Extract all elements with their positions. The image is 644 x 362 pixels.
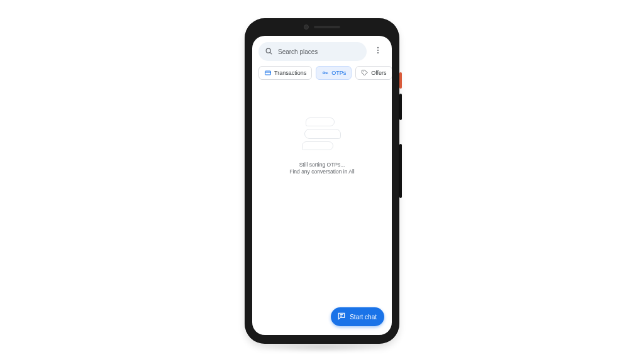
chip-otps[interactable]: OTPs (316, 66, 352, 80)
chip-transactions-label: Transactions (274, 70, 306, 76)
phone-speaker-camera (304, 25, 340, 30)
more-vert-icon (374, 46, 382, 57)
speaker-slit-icon (314, 26, 340, 28)
svg-point-3 (377, 50, 379, 51)
chip-offers-label: Offers (371, 70, 386, 76)
volume-button[interactable] (399, 144, 402, 198)
chat-bubbles-icon (297, 118, 347, 155)
svg-line-1 (270, 52, 272, 54)
chip-otps-label: OTPs (331, 70, 346, 76)
search-icon (265, 47, 273, 57)
start-chat-label: Start chat (350, 314, 377, 321)
svg-point-11 (363, 71, 364, 72)
empty-line-1: Still sorting OTPs... (299, 162, 345, 168)
stage: Search places Transactions (0, 0, 644, 362)
svg-point-2 (377, 47, 379, 48)
more-menu-button[interactable] (370, 42, 386, 61)
card-icon (264, 69, 272, 77)
key-icon (321, 69, 329, 77)
svg-rect-5 (265, 71, 271, 75)
empty-line-2: Find any conversation in All (289, 168, 354, 175)
phone-frame: Search places Transactions (245, 18, 399, 344)
search-placeholder: Search places (278, 48, 318, 55)
tag-icon (361, 69, 369, 77)
camera-dot-icon (304, 25, 309, 30)
chip-offers[interactable]: Offers (355, 66, 392, 80)
empty-state: Still sorting OTPs... Find any conversat… (252, 84, 392, 335)
chip-transactions[interactable]: Transactions (258, 66, 312, 80)
start-chat-button[interactable]: Start chat (331, 307, 384, 326)
svg-point-4 (377, 52, 379, 53)
filter-chip-row: Transactions OTPs Offers (252, 65, 392, 84)
svg-point-7 (323, 72, 325, 74)
chat-icon (337, 312, 346, 322)
search-row: Search places (258, 42, 386, 61)
search-input[interactable]: Search places (258, 42, 367, 61)
power-button[interactable] (399, 94, 402, 120)
screen: Search places Transactions (252, 36, 392, 335)
